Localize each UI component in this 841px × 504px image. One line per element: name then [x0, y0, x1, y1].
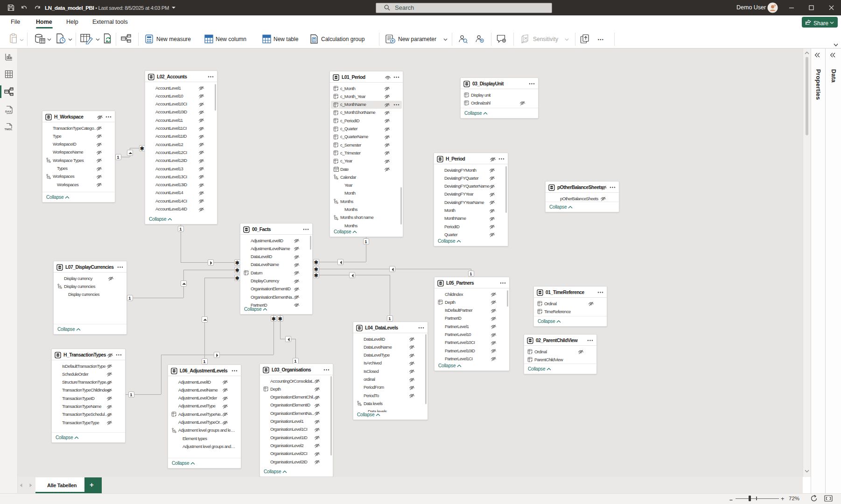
svg-text:TMDL: TMDL — [5, 127, 13, 131]
svg-text:DAX: DAX — [5, 110, 12, 113]
